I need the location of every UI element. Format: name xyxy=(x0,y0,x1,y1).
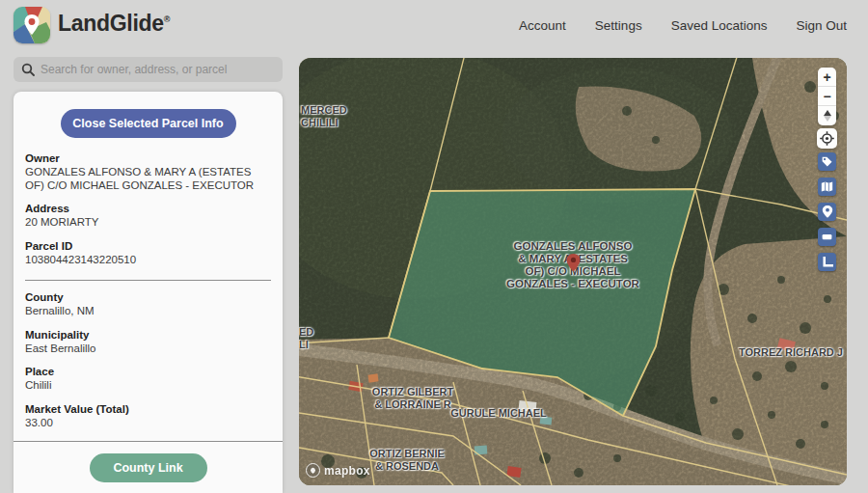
map-label-gurule: GURULE MICHAEL xyxy=(450,407,547,420)
mapbox-wordmark: mapbox xyxy=(324,464,370,478)
zoom-control-group: + − xyxy=(818,68,836,125)
nav-account[interactable]: Account xyxy=(519,18,566,33)
geolocate-button[interactable] xyxy=(817,128,837,149)
legend-card-button[interactable] xyxy=(818,228,836,246)
measure-button[interactable] xyxy=(818,253,836,271)
county-link-button[interactable]: County Link xyxy=(90,453,207,482)
app-title: LandGlide® xyxy=(58,11,170,37)
map-attribution[interactable]: mapbox xyxy=(306,463,370,478)
field-value: Chilili xyxy=(25,379,271,393)
field-parcel-id: Parcel ID 103804423143220510 xyxy=(25,240,271,267)
field-label: Municipality xyxy=(25,329,271,341)
search-bar[interactable] xyxy=(14,57,283,82)
search-input[interactable] xyxy=(41,63,275,76)
map-label-ortiz-gilbert: ORTIZ GILBERT & LORRAINE R xyxy=(372,386,453,411)
map-canvas[interactable]: MERCED CHILILI ED LI GONZALES ALFONSO & … xyxy=(299,58,847,485)
field-county: County Bernalillo, NM xyxy=(25,291,271,318)
drop-pin-button[interactable] xyxy=(818,203,836,221)
map-label-edge-fragment: ED LI xyxy=(299,326,313,351)
field-value: 103804423143220510 xyxy=(25,254,271,267)
panel-footer: County Link xyxy=(14,441,283,493)
map-icon xyxy=(821,180,833,193)
search-icon xyxy=(21,63,35,76)
field-label: Parcel ID xyxy=(25,240,271,252)
zoom-out-button[interactable]: − xyxy=(818,87,836,106)
parcel-labels-toggle-button[interactable] xyxy=(818,152,836,171)
field-label: Market Value (Total) xyxy=(25,403,271,415)
compass-needle-icon xyxy=(824,110,831,122)
close-parcel-info-button[interactable]: Close Selected Parcel Info xyxy=(61,109,236,138)
tag-icon xyxy=(821,155,833,168)
field-label: Place xyxy=(25,366,271,377)
field-value: GONZALES ALFONSO & MARY A (ESTATES OF) C… xyxy=(25,166,271,192)
field-label: Address xyxy=(25,203,271,214)
map-label-ortiz-bernie: ORTIZ BERNIE & ROSENDA xyxy=(369,448,445,473)
app-header: LandGlide® Account Settings Saved Locati… xyxy=(0,0,868,50)
field-municipality: Municipality East Bernalillo xyxy=(25,329,271,356)
nav-saved-locations[interactable]: Saved Locations xyxy=(671,18,768,33)
field-label: Owner xyxy=(25,152,271,164)
field-value: 20 MORIARTY xyxy=(25,216,271,230)
ruler-angle-icon xyxy=(822,257,833,268)
nav-settings[interactable]: Settings xyxy=(595,18,642,33)
parcel-info-panel: Close Selected Parcel Info Owner GONZALE… xyxy=(14,92,283,493)
card-icon xyxy=(821,231,833,243)
field-label: County xyxy=(25,291,271,303)
base-map-style-button[interactable] xyxy=(818,178,836,196)
field-owner: Owner GONZALES ALFONSO & MARY A (ESTATES… xyxy=(25,152,271,192)
map-label-merced-chilili: MERCED CHILILI xyxy=(301,104,347,129)
field-place: Place Chilili xyxy=(25,366,271,393)
header-nav: Account Settings Saved Locations Sign Ou… xyxy=(519,0,847,50)
field-value: 33.00 xyxy=(25,417,271,430)
field-market-value-total: Market Value (Total) 33.00 xyxy=(25,403,271,430)
compass-button[interactable] xyxy=(818,106,836,125)
parcel-info-scroll[interactable]: Close Selected Parcel Info Owner GONZALE… xyxy=(14,92,283,441)
zoom-in-button[interactable]: + xyxy=(818,68,836,87)
map-label-torrez: TORREZ RICHARD J xyxy=(739,346,843,359)
pin-icon xyxy=(822,205,833,218)
landglide-logo-icon[interactable] xyxy=(14,7,50,43)
panel-divider xyxy=(25,280,271,281)
mapbox-logo-icon xyxy=(306,463,320,478)
parcel-pin-icon xyxy=(566,254,581,276)
nav-sign-out[interactable]: Sign Out xyxy=(796,18,847,33)
field-address: Address 20 MORIARTY xyxy=(25,203,271,230)
field-value: Bernalillo, NM xyxy=(25,305,271,318)
field-value: East Bernalillo xyxy=(25,342,271,356)
geolocate-icon xyxy=(820,131,834,146)
